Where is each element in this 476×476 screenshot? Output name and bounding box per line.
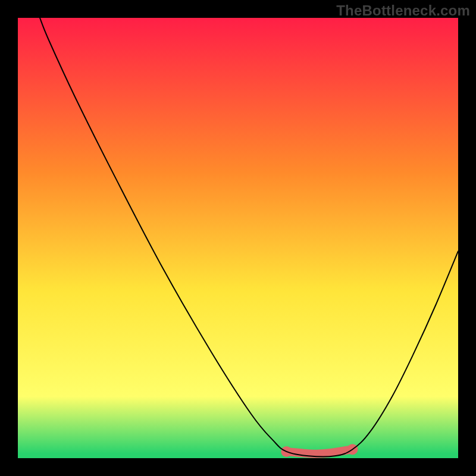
watermark-text: TheBottleneck.com [336,2,470,19]
bottleneck-chart-svg [18,18,458,458]
gradient-background [18,18,458,458]
chart-plot [18,18,458,458]
chart-frame: TheBottleneck.com [0,0,476,476]
optimal-range-highlight [286,449,352,453]
